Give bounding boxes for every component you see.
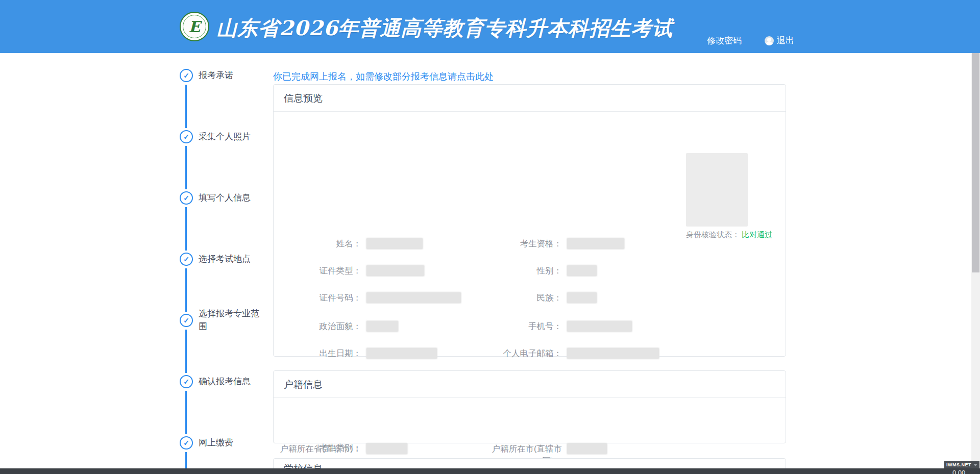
- field-label-political-status: 政治面貌：: [275, 320, 361, 332]
- step-label: 选择考试地点: [199, 253, 261, 266]
- field-label-name: 姓名：: [275, 237, 361, 250]
- field-label-household-province: 户籍所在省(直辖市)：: [275, 442, 361, 455]
- modify-registration-link[interactable]: 你已完成网上报名，如需修改部分报考信息请点击此处: [273, 70, 494, 83]
- site-logo-icon: E: [180, 12, 209, 41]
- vertical-scrollbar-thumb[interactable]: [972, 53, 979, 272]
- logo-letter: E: [189, 18, 201, 36]
- field-value-email: [567, 348, 659, 359]
- step-check-icon: ✓: [180, 314, 193, 327]
- iwms-widget-label: IWMS.NET: [946, 462, 971, 467]
- household-info-card: 户籍信息 户籍所在省(直辖市)： 户籍所在市(直辖市区)：: [273, 370, 786, 443]
- step-check-icon: ✓: [180, 69, 193, 82]
- logout-link[interactable]: 退出: [765, 35, 794, 46]
- field-label-candidate-qualification: 考生资格：: [475, 237, 562, 250]
- step-connector: [185, 146, 187, 189]
- app-header: E 山东省2026年普通高等教育专科升本科招生考试 修改密码 退出: [0, 0, 980, 53]
- field-value-birth-date: [366, 348, 437, 359]
- caret-down-icon: [973, 464, 977, 466]
- field-value-gender: [567, 265, 597, 276]
- iwms-widget-badge[interactable]: IWMS.NET: [944, 461, 979, 468]
- step-personal-info[interactable]: ✓ 填写个人信息: [180, 191, 193, 205]
- field-value-household-province: [366, 443, 407, 454]
- step-online-payment[interactable]: ✓ 网上缴费: [180, 436, 193, 450]
- page-title: 山东省2026年普通高等教育专科升本科招生考试: [216, 14, 673, 42]
- field-label-email: 个人电子邮箱：: [475, 347, 562, 359]
- step-connector: [185, 452, 187, 468]
- logout-label: 退出: [777, 35, 794, 46]
- step-connector: [185, 85, 187, 128]
- iwms-widget-value: 0.00: [952, 469, 965, 474]
- step-label: 选择报考专业范围: [199, 308, 261, 333]
- step-label: 采集个人照片: [199, 131, 261, 143]
- user-avatar-icon: [765, 36, 774, 45]
- field-label-phone: 手机号：: [475, 320, 562, 332]
- step-label: 网上缴费: [199, 437, 261, 450]
- step-connector: [185, 207, 187, 251]
- step-check-icon: ✓: [180, 375, 193, 388]
- change-password-link[interactable]: 修改密码: [707, 35, 742, 46]
- field-label-birth-date: 出生日期：: [275, 347, 361, 359]
- identity-verify-result: 比对通过: [742, 230, 772, 239]
- step-label: 填写个人信息: [199, 192, 261, 205]
- field-value-political-status: [366, 321, 398, 332]
- field-value-candidate-qualification: [567, 238, 624, 249]
- step-label: 报考承诺: [199, 69, 261, 82]
- step-collect-photo[interactable]: ✓ 采集个人照片: [180, 130, 193, 143]
- step-confirm-info[interactable]: ✓ 确认报考信息: [180, 375, 193, 388]
- step-connector: [185, 391, 187, 434]
- field-label-id-type: 证件类型：: [275, 264, 361, 277]
- step-check-icon: ✓: [180, 130, 193, 143]
- identity-verify-status: 身份核验状态： 比对通过: [686, 230, 788, 240]
- field-value-household-city: [567, 443, 607, 454]
- card-title: 信息预览: [274, 85, 786, 112]
- step-application-pledge[interactable]: ✓ 报考承诺: [180, 69, 193, 82]
- field-value-ethnicity: [567, 292, 597, 303]
- step-exam-location[interactable]: ✓ 选择考试地点: [180, 253, 193, 266]
- field-label-ethnicity: 民族：: [475, 291, 562, 304]
- step-check-icon: ✓: [180, 436, 193, 450]
- field-value-phone: [567, 321, 632, 332]
- step-major-scope[interactable]: ✓ 选择报考专业范围: [180, 314, 193, 327]
- vertical-scrollbar-track[interactable]: [971, 53, 980, 468]
- step-check-icon: ✓: [180, 191, 193, 205]
- step-connector: [185, 330, 187, 373]
- step-label: 确认报考信息: [199, 376, 261, 388]
- id-photo-placeholder: [686, 153, 748, 227]
- field-value-name: [366, 238, 423, 249]
- field-label-id-number: 证件号码：: [275, 291, 361, 304]
- identity-verify-label: 身份核验状态：: [686, 230, 740, 239]
- step-connector: [185, 268, 187, 312]
- step-check-icon: ✓: [180, 253, 193, 266]
- field-label-gender: 性别：: [475, 264, 562, 277]
- info-preview-card: 信息预览 姓名： 证件类型： 证件号码： 政治面貌： 出生日期： 考试地点 (学…: [273, 84, 786, 357]
- bottom-dark-bar: [0, 468, 980, 474]
- field-value-id-number: [366, 292, 461, 303]
- field-value-id-type: [366, 265, 424, 276]
- card-title: 户籍信息: [274, 371, 786, 398]
